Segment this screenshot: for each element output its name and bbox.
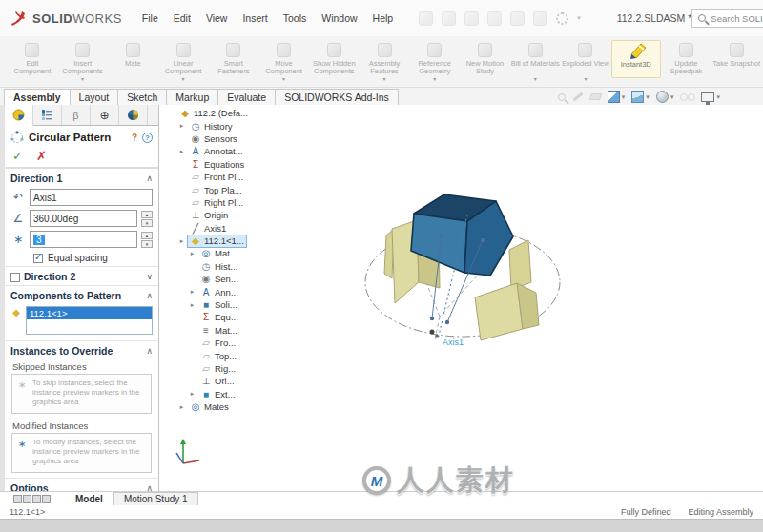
section-direction1[interactable]: Direction 1 ∧ (5, 169, 158, 187)
angle-spinner[interactable]: ▴▾ (141, 211, 153, 227)
expand-arrow-icon[interactable]: ▸ (189, 390, 196, 398)
expand-arrow-icon[interactable]: ▸ (178, 403, 185, 411)
tree-item[interactable]: ⊥Origin (168, 209, 250, 221)
pattern-instance-right[interactable] (509, 240, 531, 290)
dropdown-arrow-icon[interactable]: ▾ (584, 77, 587, 82)
tab-solidworks-add-ins[interactable]: SOLIDWORKS Add-Ins (275, 89, 399, 105)
direction2-checkbox[interactable] (10, 273, 20, 282)
cancel-button[interactable]: ✗ (36, 149, 47, 163)
ribbon-bill-of-materials[interactable]: Bill of Materials▾ (510, 40, 560, 82)
collapse-chevron[interactable]: ∧ (146, 174, 153, 183)
tree-item[interactable]: ◉Sen... (168, 273, 250, 285)
help-icon[interactable]: ? (142, 133, 153, 143)
tree-item[interactable]: ▸■Soli... (168, 298, 250, 311)
undo-icon[interactable] (510, 11, 525, 26)
axis-field[interactable]: Axis1 (30, 189, 153, 206)
menu-tools[interactable]: Tools (277, 10, 314, 27)
zoom-area-icon[interactable] (572, 95, 584, 98)
view-settings-icon[interactable]: ▾ (701, 92, 720, 102)
tree-item[interactable]: ΣEquations (168, 158, 250, 171)
pattern-instance-bottom[interactable] (475, 283, 539, 340)
tab-assembly[interactable]: Assembly (4, 89, 71, 105)
section-components-to-pattern[interactable]: Components to Pattern ∧ (5, 285, 158, 304)
viewport-canvas[interactable]: Axis1 (351, 162, 580, 439)
tree-item[interactable]: ▸AAnn... (168, 285, 250, 297)
tree-item[interactable]: ◆112.2 (Defa... (168, 107, 250, 119)
menu-file[interactable]: File (135, 10, 165, 27)
new-file-icon[interactable] (419, 11, 433, 26)
expand-arrow-icon[interactable]: ▸ (178, 148, 185, 155)
viewport-split-controls[interactable] (13, 495, 51, 503)
dropdown-arrow-icon[interactable]: ▾ (433, 77, 436, 82)
expand-arrow-icon[interactable]: ▸ (178, 122, 185, 130)
ribbon-edit-component[interactable]: Edit Component (8, 40, 57, 76)
tree-item[interactable]: ΣEqu... (168, 311, 250, 323)
tree-item[interactable]: ▸■Ext... (168, 388, 250, 400)
tree-item[interactable]: ▱Top... (168, 349, 250, 361)
print-icon[interactable] (487, 11, 502, 26)
ribbon-exploded-view[interactable]: Exploded View▾ (561, 40, 610, 82)
previous-view-icon[interactable] (590, 93, 601, 100)
display-style-icon[interactable]: ▾ (656, 91, 674, 103)
ribbon-mate[interactable]: Mate (108, 40, 157, 76)
tree-item[interactable]: ▱Top Pla... (168, 183, 250, 195)
ok-button[interactable]: ✓ (12, 149, 23, 163)
modified-instances-box[interactable]: ∗ To modify instances, select the instan… (11, 433, 152, 473)
ribbon-show-hidden-components[interactable]: Show Hidden Components (309, 40, 359, 76)
dropdown-arrow-icon[interactable]: ▾ (383, 77, 386, 82)
dropdown-arrow-icon[interactable]: ▾ (182, 77, 185, 82)
menu-view[interactable]: View (199, 10, 235, 27)
options-gear-icon[interactable] (556, 12, 568, 25)
angle-field[interactable]: 360.00deg (30, 210, 137, 227)
equal-spacing-checkbox[interactable] (33, 254, 43, 263)
instances-field[interactable]: 3 (30, 231, 137, 248)
open-file-icon[interactable] (442, 11, 456, 26)
ribbon-take-snapshot[interactable]: Take Snapshot (711, 40, 761, 76)
components-listbox[interactable]: 112.1<1> (26, 306, 153, 335)
tree-item[interactable]: ◉Sensors (168, 133, 250, 145)
ribbon-assembly-features[interactable]: Assembly Features▾ (360, 40, 409, 82)
menu-window[interactable]: Window (315, 10, 363, 27)
ribbon-move-component[interactable]: Move Component▾ (259, 40, 309, 82)
tab-display-manager[interactable] (119, 105, 148, 125)
tree-item[interactable]: ▸◎Mates (168, 400, 250, 413)
pattern-component-item[interactable]: 112.1<1> (27, 307, 152, 319)
tree-item[interactable]: ≡Mat... (168, 324, 250, 337)
collapse-chevron[interactable]: ∧ (146, 483, 153, 491)
tree-item[interactable]: ╱Axis1 (168, 222, 250, 235)
rebuild-icon[interactable] (533, 11, 547, 26)
options-dropdown-icon[interactable]: ▾ (577, 14, 581, 22)
tab-feature-manager[interactable] (33, 105, 62, 125)
zoom-fit-icon[interactable] (558, 93, 566, 101)
menu-edit[interactable]: Edit (167, 10, 197, 27)
ribbon-new-motion-study[interactable]: New Motion Study (461, 40, 510, 76)
tab-markup[interactable]: Markup (166, 89, 218, 105)
ribbon-linear-component-pattern[interactable]: Linear Component Pattern▾ (158, 40, 208, 82)
view-orientation-icon[interactable]: ▾ (631, 91, 650, 103)
expand-arrow-icon[interactable]: ▸ (189, 288, 196, 296)
tree-item[interactable]: ▸◆112.1<1... (168, 235, 250, 247)
ribbon-instant3d[interactable]: Instant3D (611, 40, 661, 78)
tab-evaluate[interactable]: Evaluate (217, 89, 276, 105)
ribbon-reference-geometry[interactable]: Reference Geometry▾ (410, 40, 460, 82)
hide-show-items-icon[interactable] (680, 93, 694, 100)
tab-model[interactable]: Model (66, 493, 113, 505)
section-view-icon[interactable]: ▾ (608, 91, 626, 103)
tree-item[interactable]: ▸◷History (168, 119, 250, 132)
tab-property-manager[interactable] (5, 105, 33, 126)
tree-item[interactable]: ▱Front Pl... (168, 171, 250, 183)
tree-item[interactable]: ⊥Ori... (168, 375, 250, 387)
dropdown-arrow-icon[interactable]: ▾ (534, 77, 537, 82)
tree-item[interactable]: ▱Right Pl... (168, 196, 250, 209)
expand-arrow-icon[interactable]: ▸ (178, 237, 185, 245)
skipped-instances-box[interactable]: ∗ To skip instances, select the instance… (11, 374, 152, 414)
instances-spinner[interactable]: ▴▾ (141, 232, 153, 248)
tree-item[interactable]: ▸◎Mat... (168, 247, 250, 259)
save-icon[interactable] (464, 11, 479, 26)
tab-configuration-manager[interactable]: β (62, 105, 91, 125)
ribbon-update-speedpak[interactable]: Update Speedpak (662, 40, 711, 76)
graphics-area[interactable]: ◆112.2 (Defa...▸◷History◉Sensors▸AAnnota… (160, 105, 763, 491)
section-instances-to-override[interactable]: Instances to Override ∧ (5, 340, 158, 359)
section-direction2[interactable]: Direction 2 ∨ (5, 266, 158, 285)
expand-chevron[interactable]: ∨ (146, 272, 153, 281)
